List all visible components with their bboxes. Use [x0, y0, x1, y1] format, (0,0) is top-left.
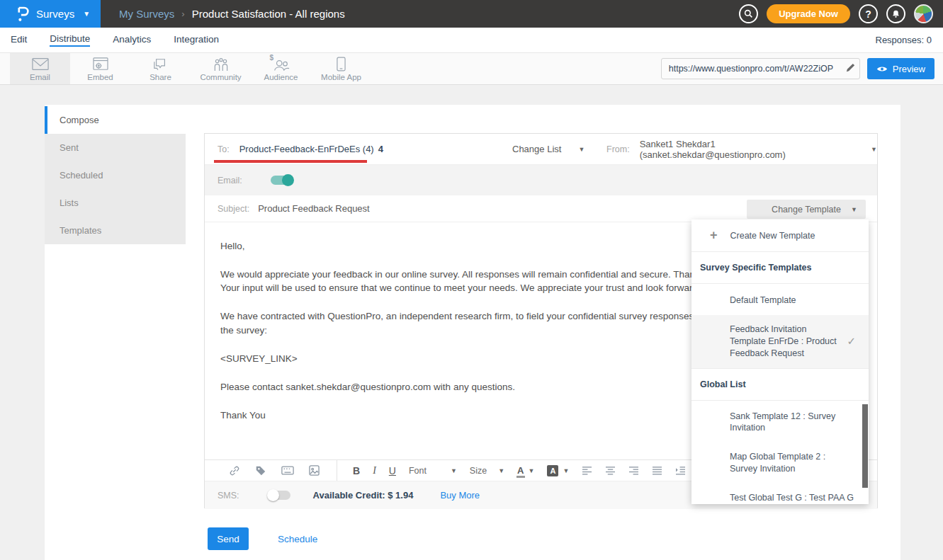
recipient-count: 4	[378, 144, 383, 154]
pencil-icon	[845, 62, 856, 73]
product-switcher[interactable]: Surveys ▼	[0, 0, 101, 28]
top-bar: Surveys ▼ My Surveys › Product Satisfact…	[0, 0, 943, 28]
subject-row: Subject: Product Feedback Request Change…	[205, 195, 877, 222]
eye-icon	[876, 65, 888, 73]
sidebar-item-templates[interactable]: Templates	[45, 217, 186, 244]
tab-analytics[interactable]: Analytics	[113, 34, 151, 46]
questionpro-logo	[16, 6, 29, 22]
sidebar-item-scheduled[interactable]: Scheduled	[45, 161, 186, 189]
question-mark-icon: ?	[865, 8, 871, 20]
source-code-button[interactable]	[281, 466, 294, 475]
schedule-link[interactable]: Schedule	[278, 534, 317, 544]
tab-integration[interactable]: Integration	[174, 34, 219, 46]
preview-button[interactable]: Preview	[867, 58, 934, 79]
image-icon	[309, 465, 320, 476]
insert-image-button[interactable]	[309, 465, 320, 476]
template-item-feedback-invitation[interactable]: Feedback Invitation Template EnFrDe : Pr…	[691, 315, 869, 369]
dollar-icon: $	[270, 54, 274, 62]
menu-scrollbar[interactable]	[862, 404, 868, 488]
channel-audience[interactable]: $ Audience	[251, 53, 311, 84]
sidebar-item-lists[interactable]: Lists	[45, 189, 186, 217]
text-color-dropdown[interactable]: A ▼	[517, 465, 534, 476]
email-toggle-row: Email:	[205, 165, 877, 195]
buy-more-link[interactable]: Buy More	[440, 490, 480, 501]
from-value: Sanket1 Shekdar1 (sanket.shekdar@questio…	[640, 139, 861, 160]
align-center-button[interactable]	[605, 466, 616, 475]
edit-url-button[interactable]	[845, 62, 856, 76]
breadcrumb-separator-icon: ›	[181, 8, 184, 19]
template-item-default[interactable]: Default Template	[691, 284, 869, 315]
subject-value[interactable]: Product Feedback Request	[258, 203, 370, 214]
survey-specific-templates-header: Survey Specific Templates	[691, 252, 869, 284]
available-credit: Available Credit: $ 1.94	[313, 490, 414, 501]
align-left-icon	[582, 466, 592, 475]
template-item-test-global[interactable]: Test Global Test G : Test PAA G	[691, 484, 869, 504]
from-label: From:	[606, 144, 630, 154]
channel-mobile-app[interactable]: Mobile App	[311, 53, 371, 84]
background-color-dropdown[interactable]: A ▼	[547, 465, 569, 476]
align-justify-button[interactable]	[652, 466, 662, 475]
sidebar-item-sent[interactable]: Sent	[45, 134, 186, 161]
help-button[interactable]: ?	[859, 4, 878, 23]
responses-count: Responses: 0	[876, 35, 932, 45]
sidebar-item-compose[interactable]: Compose	[45, 106, 186, 134]
indent-icon	[675, 466, 686, 475]
chevron-down-icon: ▼	[83, 10, 90, 18]
font-family-dropdown[interactable]: Font▼	[409, 466, 457, 476]
breadcrumb: My Surveys › Product Satisfaction - All …	[119, 8, 345, 20]
mobile-phone-icon	[337, 57, 346, 72]
align-right-button[interactable]	[628, 466, 639, 475]
align-justify-icon	[652, 466, 662, 475]
send-button[interactable]: Send	[208, 527, 249, 550]
from-dropdown[interactable]: From: Sanket1 Shekdar1 (sanket.shekdar@q…	[606, 139, 877, 160]
channel-share[interactable]: Share	[130, 53, 191, 84]
align-left-button[interactable]	[582, 466, 592, 475]
survey-link-area: Preview	[661, 53, 943, 84]
email-sidebar: Compose Sent Scheduled Lists Templates	[45, 106, 186, 244]
caret-down-icon: ▼	[578, 146, 585, 153]
tab-edit[interactable]: Edit	[11, 34, 27, 46]
embed-icon	[93, 57, 108, 72]
insert-link-button[interactable]	[229, 465, 240, 476]
caret-down-icon: ▼	[451, 467, 457, 474]
template-item-sank-12[interactable]: Sank Template 12 : Survey Invitation	[691, 401, 869, 443]
template-item-map-global-2[interactable]: Map Global Template 2 : Survey Invitatio…	[691, 442, 869, 484]
caret-down-icon: ▼	[563, 467, 569, 474]
channel-community[interactable]: Community	[191, 53, 251, 84]
align-center-icon	[605, 466, 616, 475]
tag-icon	[255, 465, 266, 476]
italic-button[interactable]: I	[373, 465, 376, 476]
bold-button[interactable]: B	[353, 465, 360, 476]
caret-down-icon: ▼	[851, 206, 857, 213]
email-toggle-label: Email:	[218, 176, 242, 185]
sms-toggle[interactable]	[268, 491, 290, 500]
check-icon: ✓	[847, 334, 856, 348]
underline-button[interactable]: U	[389, 465, 396, 476]
link-icon	[229, 465, 240, 476]
global-templates-scroll-area: Sank Template 12 : Survey Invitation Map…	[691, 401, 869, 505]
survey-nav: Edit Distribute Analytics Integration Re…	[0, 28, 943, 53]
tab-distribute[interactable]: Distribute	[50, 33, 90, 47]
email-icon	[32, 57, 49, 72]
breadcrumb-my-surveys[interactable]: My Surveys	[119, 8, 174, 20]
email-toggle[interactable]	[271, 176, 293, 185]
user-avatar[interactable]	[914, 4, 933, 23]
product-menu-label: Surveys	[36, 8, 74, 20]
recipient-list-name[interactable]: Product-Feedback-EnFrDeEs (4)	[239, 144, 374, 154]
survey-url-input[interactable]	[661, 58, 860, 79]
merge-tag-button[interactable]	[255, 465, 266, 476]
change-template-dropdown[interactable]: Change Template ▼	[747, 200, 866, 219]
upgrade-now-button[interactable]: Upgrade Now	[767, 4, 850, 23]
indent-button[interactable]	[675, 466, 686, 475]
search-button[interactable]	[739, 4, 758, 23]
global-list-header: Global List	[691, 369, 869, 401]
share-icon	[152, 57, 169, 72]
channel-embed[interactable]: Embed	[70, 53, 130, 84]
change-list-dropdown[interactable]: Change List ▼	[512, 144, 585, 154]
bell-icon	[891, 9, 900, 18]
notifications-button[interactable]	[886, 4, 905, 23]
create-new-template-item[interactable]: + Create New Template	[691, 219, 869, 252]
channel-email[interactable]: Email	[10, 53, 70, 84]
font-size-dropdown[interactable]: Size▼	[470, 466, 504, 476]
caret-down-icon: ▼	[529, 467, 535, 474]
